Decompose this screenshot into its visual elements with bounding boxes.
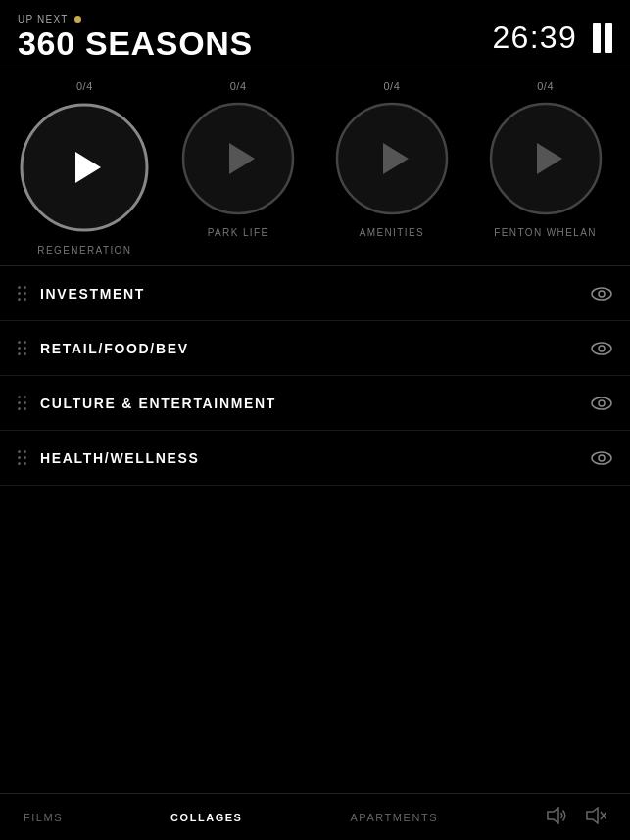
progress-label-4: 0/4 bbox=[537, 80, 554, 92]
nav-item-collages[interactable]: COLLAGES bbox=[170, 812, 242, 823]
list-label-3: CULTURE & ENTERTAINMENT bbox=[40, 396, 276, 411]
play-icon-1 bbox=[75, 152, 101, 183]
drag-icon-1 bbox=[18, 286, 26, 301]
up-next-row: UP NEXT bbox=[18, 14, 253, 24]
list-label-1: INVESTMENT bbox=[40, 286, 145, 302]
drag-icon-3 bbox=[18, 396, 26, 410]
play-icon-3 bbox=[383, 143, 409, 174]
live-dot bbox=[74, 16, 81, 23]
svg-point-5 bbox=[599, 291, 605, 297]
eye-icon-1[interactable] bbox=[591, 287, 612, 301]
list-item-3-left: CULTURE & ENTERTAINMENT bbox=[18, 396, 276, 411]
pause-button[interactable] bbox=[593, 23, 612, 53]
carousel-item-3[interactable]: 0/4 AMENITIES bbox=[315, 80, 469, 256]
header: UP NEXT 360 SEASONS 26:39 bbox=[0, 0, 630, 70]
svg-point-9 bbox=[599, 400, 605, 406]
svg-marker-13 bbox=[587, 808, 598, 823]
carousel-item-4[interactable]: 0/4 FENTON WHELAN bbox=[468, 80, 622, 256]
circle-1[interactable] bbox=[17, 100, 152, 235]
progress-label-1: 0/4 bbox=[76, 80, 93, 92]
svg-point-7 bbox=[599, 346, 605, 351]
svg-point-8 bbox=[592, 397, 611, 409]
carousel-item-1[interactable]: 0/4 REGENERATION bbox=[8, 80, 162, 256]
sound-icon[interactable] bbox=[546, 807, 567, 828]
category-label-1: REGENERATION bbox=[37, 245, 131, 256]
svg-point-10 bbox=[592, 452, 611, 464]
list-item-1-left: INVESTMENT bbox=[18, 286, 145, 302]
header-right: 26:39 bbox=[493, 20, 612, 60]
play-icon-2 bbox=[229, 143, 255, 174]
list-label-4: HEALTH/WELLNESS bbox=[40, 450, 200, 466]
list-item-3[interactable]: CULTURE & ENTERTAINMENT bbox=[0, 376, 630, 431]
mute-icon[interactable] bbox=[585, 807, 606, 828]
list-label-2: RETAIL/FOOD/BEV bbox=[40, 341, 189, 356]
list-item-1[interactable]: INVESTMENT bbox=[0, 266, 630, 321]
svg-point-6 bbox=[592, 343, 611, 354]
pause-bar-left bbox=[593, 23, 601, 53]
svg-point-4 bbox=[592, 288, 611, 300]
list-item-4-left: HEALTH/WELLNESS bbox=[18, 450, 200, 466]
eye-icon-3[interactable] bbox=[591, 397, 612, 410]
drag-icon-2 bbox=[18, 341, 26, 355]
bottom-nav: FILMS COLLAGES APARTMENTS bbox=[0, 793, 630, 840]
eye-icon-2[interactable] bbox=[591, 342, 612, 355]
category-label-3: AMENITIES bbox=[360, 227, 425, 238]
carousel-item-2[interactable]: 0/4 PARK LIFE bbox=[162, 80, 315, 256]
page-title: 360 SEASONS bbox=[18, 26, 253, 60]
list: INVESTMENT RETAIL/FOOD/BEV bbox=[0, 266, 630, 486]
circle-3[interactable] bbox=[333, 100, 451, 217]
pause-bar-right bbox=[605, 23, 612, 53]
nav-icon-group bbox=[546, 807, 606, 828]
progress-label-3: 0/4 bbox=[383, 80, 400, 92]
circle-2[interactable] bbox=[179, 100, 297, 217]
timer-display: 26:39 bbox=[493, 20, 577, 56]
svg-marker-12 bbox=[548, 808, 558, 823]
play-icon-4 bbox=[537, 143, 562, 174]
list-item-4[interactable]: HEALTH/WELLNESS bbox=[0, 431, 630, 486]
circle-4[interactable] bbox=[487, 100, 605, 217]
progress-label-2: 0/4 bbox=[230, 80, 247, 92]
list-item-2-left: RETAIL/FOOD/BEV bbox=[18, 341, 189, 356]
list-item-2[interactable]: RETAIL/FOOD/BEV bbox=[0, 321, 630, 376]
nav-item-apartments[interactable]: APARTMENTS bbox=[350, 812, 438, 823]
up-next-label: UP NEXT bbox=[18, 14, 69, 24]
category-label-4: FENTON WHELAN bbox=[494, 227, 597, 238]
header-left: UP NEXT 360 SEASONS bbox=[18, 14, 253, 60]
category-label-2: PARK LIFE bbox=[208, 227, 269, 238]
carousel: 0/4 REGENERATION 0/4 PARK LIFE 0/4 AMENI… bbox=[0, 70, 630, 265]
eye-icon-4[interactable] bbox=[591, 451, 612, 465]
nav-item-films[interactable]: FILMS bbox=[24, 812, 63, 823]
svg-point-11 bbox=[599, 455, 605, 461]
drag-icon-4 bbox=[18, 450, 26, 465]
